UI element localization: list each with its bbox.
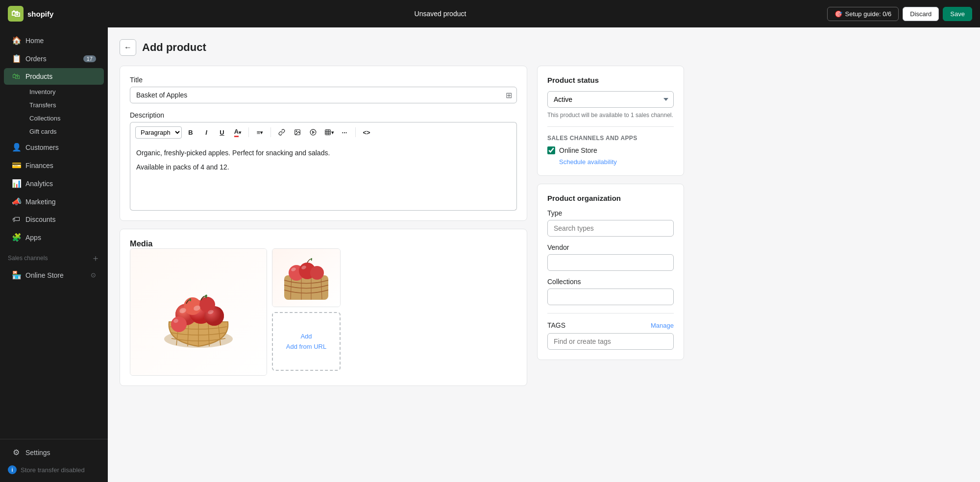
sidebar-item-marketing[interactable]: 📣 Marketing <box>4 193 104 210</box>
sales-channels-section-label: SALES CHANNELS AND APPS <box>547 135 674 142</box>
sidebar-item-gift-cards[interactable]: Gift cards <box>25 125 104 138</box>
online-store-checkbox[interactable] <box>547 146 555 154</box>
store-transfer-notice: i Store transfer disabled <box>0 461 108 478</box>
page-title: Add product <box>142 41 206 54</box>
back-button[interactable]: ← <box>120 39 136 56</box>
topnav: 🛍 shopify Unsaved product 🎯 Setup guide:… <box>0 0 980 27</box>
toolbar-divider-2 <box>270 127 271 137</box>
svg-marker-3 <box>313 131 315 134</box>
sidebar-item-label: Marketing <box>25 198 55 206</box>
sidebar-item-transfers[interactable]: Transfers <box>25 98 104 112</box>
description-area[interactable]: Organic, freshly-picked apples. Perfect … <box>130 142 517 211</box>
align-button[interactable]: ≡ ▾ <box>253 125 267 139</box>
chevron-down-icon: ▾ <box>239 130 241 135</box>
align-chevron-icon: ▾ <box>260 130 263 135</box>
sidebar-item-collections[interactable]: Collections <box>25 112 104 125</box>
discounts-icon: 🏷 <box>12 215 21 224</box>
status-select[interactable]: Active Draft <box>547 91 674 108</box>
sidebar-item-label: Apps <box>25 234 41 241</box>
schedule-availability-link[interactable]: Schedule availability <box>559 158 674 166</box>
sidebar-item-settings[interactable]: ⚙ Settings <box>4 444 104 461</box>
status-hint: This product will be available to 1 sale… <box>547 112 674 119</box>
apple-basket-image <box>130 249 267 375</box>
media-secondary-column: Add Add from URL <box>272 248 341 376</box>
sidebar-item-label: Orders <box>25 55 47 63</box>
italic-button[interactable]: I <box>199 125 213 139</box>
title-input[interactable] <box>130 87 517 103</box>
products-submenu: Inventory Transfers Collections Gift car… <box>0 85 108 138</box>
sidebar-item-orders[interactable]: 📋 Orders 17 <box>4 50 104 67</box>
sidebar-item-label: Discounts <box>25 216 55 223</box>
save-button[interactable]: Save <box>943 7 972 21</box>
link-icon <box>278 129 285 136</box>
table-toolbar-button[interactable]: ▾ <box>322 125 336 139</box>
sidebar-item-finances[interactable]: 💳 Finances <box>4 157 104 174</box>
media-add-box[interactable]: Add Add from URL <box>272 312 341 371</box>
bold-button[interactable]: B <box>184 125 197 139</box>
image-toolbar-button[interactable] <box>291 125 304 139</box>
online-store-label: Online Store <box>25 271 64 279</box>
section-divider-1 <box>547 126 674 127</box>
table-icon <box>324 129 331 136</box>
product-organization-title: Product organization <box>547 194 674 202</box>
sidebar-bottom: ⚙ Settings i Store transfer disabled <box>0 439 108 478</box>
transfers-label: Transfers <box>29 101 56 109</box>
sidebar-item-customers[interactable]: 👤 Customers <box>4 139 104 156</box>
link-button[interactable] <box>275 125 289 139</box>
media-image-thumb[interactable] <box>272 248 341 307</box>
vendor-input[interactable] <box>547 254 674 271</box>
add-sales-channel-icon[interactable]: ＋ <box>91 252 100 264</box>
logo[interactable]: 🛍 shopify <box>8 6 53 22</box>
tags-manage-link[interactable]: Manage <box>651 322 674 329</box>
description-line-1: Organic, freshly-picked apples. Perfect … <box>136 148 511 158</box>
setup-guide-icon: 🎯 <box>834 10 842 18</box>
basket-thumb-svg <box>277 253 336 302</box>
more-options-button[interactable]: ··· <box>338 125 351 139</box>
sidebar-item-label: Products <box>25 72 52 80</box>
media-image-main[interactable] <box>130 248 267 376</box>
sidebar-item-discounts[interactable]: 🏷 Discounts <box>4 211 104 228</box>
underline-button[interactable]: U <box>215 125 229 139</box>
text-color-button[interactable]: A ▾ <box>231 125 245 139</box>
expand-icon: ⊞ <box>506 91 512 100</box>
online-store-settings-icon[interactable]: ⊙ <box>91 271 96 279</box>
setup-guide-label: Setup guide: 0/6 <box>845 10 892 18</box>
orders-badge: 17 <box>83 55 96 62</box>
sidebar-item-products[interactable]: 🛍 Products <box>4 68 104 85</box>
description-toolbar: Paragraph B I U A ▾ ≡ ▾ <box>130 122 517 142</box>
vendor-field: Vendor <box>547 243 674 271</box>
sidebar-item-label: Customers <box>25 144 59 151</box>
description-field-label: Description <box>130 111 517 119</box>
sidebar-item-apps[interactable]: 🧩 Apps <box>4 229 104 246</box>
content-grid: Title ⊞ Description Paragraph B I U <box>120 66 684 394</box>
left-column: Title ⊞ Description Paragraph B I U <box>120 66 527 394</box>
sidebar-item-label: Home <box>25 37 44 45</box>
sidebar-item-inventory[interactable]: Inventory <box>25 85 104 98</box>
home-icon: 🏠 <box>12 36 21 45</box>
paragraph-select[interactable]: Paragraph <box>135 126 182 139</box>
product-status-card: Product status Active Draft This product… <box>537 66 684 176</box>
tags-input[interactable] <box>547 333 674 350</box>
sidebar-item-home[interactable]: 🏠 Home <box>4 32 104 49</box>
customers-icon: 👤 <box>12 143 21 152</box>
sales-channels-label: Sales channels <box>8 255 48 262</box>
sidebar-item-online-store[interactable]: 🏪 Online Store ⊙ <box>4 266 104 284</box>
title-input-wrapper: ⊞ <box>130 87 517 103</box>
collections-input[interactable] <box>547 289 674 305</box>
svg-point-2 <box>310 129 316 135</box>
sidebar-item-analytics[interactable]: 📊 Analytics <box>4 175 104 192</box>
video-toolbar-button[interactable] <box>306 125 320 139</box>
add-media-label: Add <box>300 333 312 340</box>
logo-text: shopify <box>27 10 53 18</box>
apple-basket-svg <box>145 263 252 361</box>
main-content: ← Add product Title ⊞ Description Paragr… <box>108 27 696 482</box>
shopify-logo-icon: 🛍 <box>8 6 24 22</box>
apps-icon: 🧩 <box>12 233 21 242</box>
setup-guide-button[interactable]: 🎯 Setup guide: 0/6 <box>827 7 899 21</box>
section-divider-2 <box>547 313 674 313</box>
type-input[interactable] <box>547 220 674 237</box>
discard-button[interactable]: Discard <box>903 7 939 21</box>
orders-icon: 📋 <box>12 54 21 63</box>
settings-icon: ⚙ <box>12 448 21 457</box>
code-view-button[interactable]: <> <box>360 125 373 139</box>
